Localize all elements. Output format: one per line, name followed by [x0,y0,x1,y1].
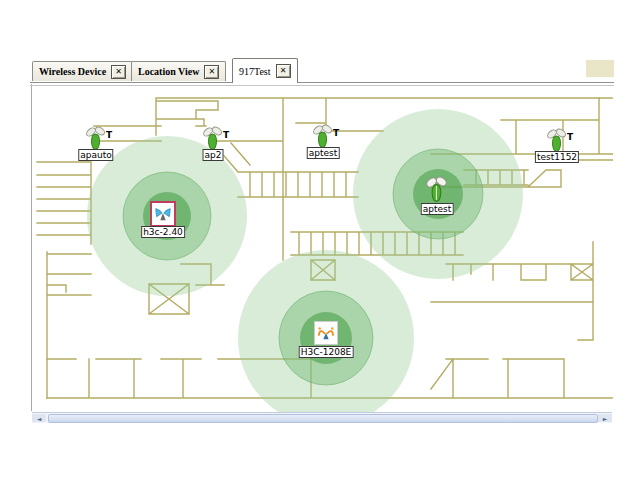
tab-strip-corner [586,60,614,77]
access-point-icon [311,124,335,148]
access-point-icon [424,175,450,203]
ap-device-test1152[interactable]: T test1152 [545,128,569,156]
tab-location-view[interactable]: Location View ✕ [131,61,226,81]
scroll-left-arrow-icon[interactable]: ◄ [32,414,46,422]
access-point-icon [545,128,569,152]
ap-label: h3c-2.40 [141,226,185,238]
tab-strip-divider [30,82,614,83]
tab-bar: Wireless Device ✕ Location View ✕ 917Tes… [30,57,614,84]
access-point-icon [84,126,108,150]
ap-device-aptest-top[interactable]: T aptest [311,124,335,152]
device-box [314,321,338,345]
ap-device-h3c-2-40-selected[interactable]: h3c-2.40 [150,201,176,227]
antenna-icon [154,205,172,223]
ap-label: aptest [307,147,340,159]
tab-close-icon[interactable]: ✕ [204,65,219,79]
antenna-type-badge: T [333,128,339,138]
ap-device-aptest-center[interactable]: aptest [424,175,450,207]
ap-device-ap2[interactable]: T ap2 [201,126,225,154]
horizontal-scrollbar[interactable]: ◄ ► [32,412,612,423]
tab-label: Location View [138,66,199,77]
ap-label: apauto [78,149,113,161]
ap-label: ap2 [203,149,224,161]
ap-device-apauto[interactable]: T apauto [84,126,108,154]
coverage-circles [87,109,523,412]
location-map-view[interactable]: T apauto T ap2 T aptest T test1152 [31,84,613,411]
alarm-antenna-icon [317,324,335,342]
antenna-type-badge: T [223,130,229,140]
tab-label: Wireless Device [39,66,106,77]
ap-label: test1152 [535,151,579,163]
ap-device-h3c-1208e[interactable]: H3C-1208E [314,321,338,345]
ap-label: H3C-1208E [299,346,354,358]
access-point-icon [201,126,225,150]
scroll-right-arrow-icon[interactable]: ► [598,414,612,422]
selection-box [150,201,176,227]
scrollbar-thumb[interactable] [48,414,598,423]
tab-strip-divider-light [30,85,614,86]
tab-917test[interactable]: 917Test ✕ [232,58,298,83]
antenna-type-badge: T [106,130,112,140]
tab-label: 917Test [239,66,271,77]
tab-wireless-device[interactable]: Wireless Device ✕ [32,61,133,81]
tab-close-icon[interactable]: ✕ [111,65,126,79]
ap-label: aptest [421,203,454,215]
tab-close-icon[interactable]: ✕ [276,64,291,78]
antenna-type-badge: T [567,132,573,142]
